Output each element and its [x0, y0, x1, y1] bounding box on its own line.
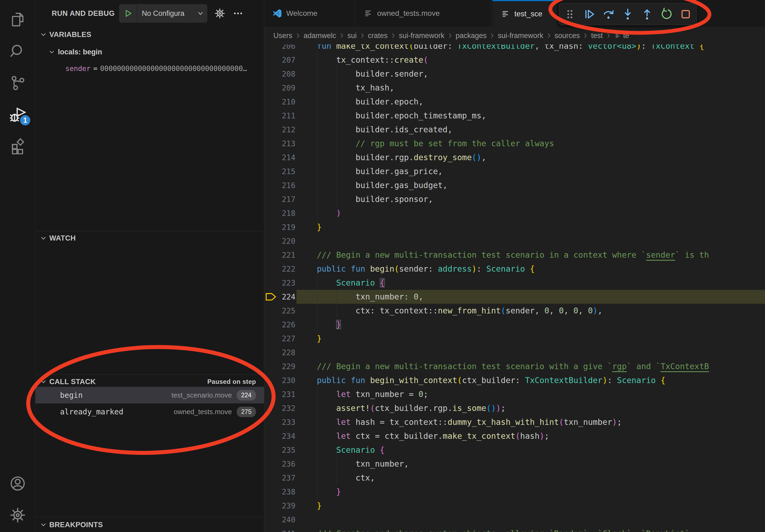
gutter-marker-cell[interactable]: [264, 346, 278, 360]
drag-handle-button[interactable]: [561, 6, 578, 23]
line-number[interactable]: 241: [278, 529, 296, 532]
line-number[interactable]: 226: [278, 320, 296, 329]
more-actions-button[interactable]: [232, 8, 244, 19]
code-line[interactable]: 226 }: [264, 318, 765, 332]
code-line[interactable]: 237 ctx,: [264, 471, 765, 485]
gutter-marker-cell[interactable]: [264, 206, 278, 220]
activity-bar-item-settings[interactable]: [0, 499, 35, 531]
code-line[interactable]: 239}: [264, 499, 765, 513]
line-number[interactable]: 213: [278, 139, 296, 148]
breadcrumb-file-item[interactable]: te: [614, 32, 629, 40]
launch-configuration-label[interactable]: No Configura: [137, 9, 194, 18]
breadcrumb-item[interactable]: sui-framework: [498, 32, 543, 40]
gutter-marker-cell[interactable]: [264, 81, 278, 95]
breadcrumb-item[interactable]: test: [591, 32, 603, 40]
gutter-marker-cell[interactable]: [264, 429, 278, 443]
breakpoints-section-header[interactable]: BREAKPOINTS: [35, 519, 264, 531]
code-line[interactable]: 223 Scenario {: [264, 276, 765, 290]
line-number[interactable]: 228: [278, 348, 296, 357]
debug-settings-gear-button[interactable]: [214, 8, 226, 19]
code-line[interactable]: 225 ctx: tx_context::new_from_hint(sende…: [264, 304, 765, 318]
line-number[interactable]: 240: [278, 515, 296, 524]
line-number[interactable]: 207: [278, 56, 296, 65]
gutter-marker-cell[interactable]: [264, 527, 278, 532]
code-editor[interactable]: 206fun make_tx_context(builder: TxContex…: [264, 45, 765, 532]
gutter-marker-cell[interactable]: [264, 318, 278, 332]
gutter-marker-cell[interactable]: [264, 192, 278, 206]
gutter-marker-cell[interactable]: [264, 67, 278, 81]
line-number[interactable]: 239: [278, 501, 296, 510]
call-stack-frame[interactable]: already_markedowned_tests.move275: [35, 403, 264, 420]
breadcrumb-item[interactable]: crates: [368, 32, 388, 40]
line-number[interactable]: 208: [278, 70, 296, 79]
line-number[interactable]: 223: [278, 279, 296, 287]
gutter-marker-cell[interactable]: [264, 248, 278, 262]
code-line[interactable]: 234 let ctx = ctx_builder.make_tx_contex…: [264, 429, 765, 443]
line-number[interactable]: 227: [278, 334, 296, 343]
variables-scope-row[interactable]: locals: begin: [35, 45, 264, 59]
gutter-marker-cell[interactable]: [264, 457, 278, 471]
breadcrumb-item[interactable]: sui-framework: [399, 32, 444, 40]
activity-bar-item-search[interactable]: [0, 35, 35, 67]
code-line[interactable]: 241/// Creates and shares system objects…: [264, 527, 765, 532]
gutter-marker-cell[interactable]: [264, 513, 278, 527]
code-line[interactable]: 216 builder.gas_budget,: [264, 178, 765, 192]
code-line[interactable]: 214 builder.rgp.destroy_some(),: [264, 150, 765, 164]
launch-configuration-dropdown[interactable]: No Configura: [119, 4, 207, 23]
line-number[interactable]: 222: [278, 265, 296, 274]
breadcrumb-item[interactable]: packages: [456, 32, 487, 40]
gutter-marker-cell[interactable]: [264, 276, 278, 290]
code-line[interactable]: 211 builder.epoch_timestamp_ms,: [264, 109, 765, 123]
gutter-marker-cell[interactable]: [264, 485, 278, 499]
editor-tab-test_sce[interactable]: test_sce: [492, 0, 557, 27]
line-number[interactable]: 235: [278, 446, 296, 454]
gutter-marker-cell[interactable]: [264, 234, 278, 248]
line-number[interactable]: 216: [278, 181, 296, 190]
gutter-marker-cell[interactable]: [264, 304, 278, 318]
code-line[interactable]: 227}: [264, 332, 765, 346]
code-line[interactable]: 222public fun begin(sender: address): Sc…: [264, 262, 765, 276]
code-line[interactable]: 228: [264, 346, 765, 360]
gutter-marker-cell[interactable]: [264, 332, 278, 346]
activity-bar-item-extensions[interactable]: [0, 130, 35, 162]
breadcrumb-item[interactable]: adamwelc: [304, 32, 337, 40]
code-line[interactable]: 218 ): [264, 206, 765, 220]
call-stack-frame[interactable]: begintest_scenario.move224: [35, 387, 264, 403]
line-number[interactable]: 231: [278, 390, 296, 399]
gutter-marker-cell[interactable]: [264, 150, 278, 164]
line-number[interactable]: 224: [278, 293, 296, 301]
code-line[interactable]: 229/// Begin a new multi-transaction tes…: [264, 360, 765, 374]
gutter-marker-cell[interactable]: [264, 109, 278, 123]
gutter-marker-cell[interactable]: [264, 499, 278, 513]
code-line[interactable]: 208 builder.sender,: [264, 67, 765, 81]
activity-bar-item-source-control[interactable]: [0, 67, 35, 99]
code-line[interactable]: 209 tx_hash,: [264, 81, 765, 95]
code-line[interactable]: 236 txn_number,: [264, 457, 765, 471]
line-number[interactable]: 209: [278, 84, 296, 93]
code-line[interactable]: 220: [264, 234, 765, 248]
start-debugging-icon[interactable]: [120, 5, 137, 22]
gutter-marker-cell[interactable]: [264, 220, 278, 234]
breadcrumb-item[interactable]: sui: [348, 32, 357, 40]
line-number[interactable]: 234: [278, 432, 296, 441]
restart-button[interactable]: [658, 6, 675, 23]
gutter-marker-cell[interactable]: [264, 95, 278, 109]
gutter-marker-cell[interactable]: [264, 123, 278, 136]
line-number[interactable]: 238: [278, 487, 296, 496]
gutter-marker-cell[interactable]: [264, 45, 278, 53]
code-line[interactable]: 212 builder.ids_created,: [264, 123, 765, 136]
code-line[interactable]: 231 let txn_number = 0;: [264, 387, 765, 401]
code-line[interactable]: 213 // rgp must be set from the caller a…: [264, 136, 765, 150]
stop-button[interactable]: [677, 6, 694, 23]
code-line[interactable]: 221/// Begin a new multi-transaction tes…: [264, 248, 765, 262]
line-number[interactable]: 214: [278, 153, 296, 162]
line-number[interactable]: 229: [278, 362, 296, 371]
code-line[interactable]: 238 }: [264, 485, 765, 499]
line-number[interactable]: 218: [278, 209, 296, 218]
activity-bar-item-run-and-debug[interactable]: 1: [0, 99, 35, 130]
code-line[interactable]: 215 builder.gas_price,: [264, 164, 765, 178]
line-number[interactable]: 215: [278, 167, 296, 176]
code-line[interactable]: 224 txn_number: 0,: [264, 290, 765, 304]
code-line[interactable]: 206fun make_tx_context(builder: TxContex…: [264, 45, 765, 53]
gutter-marker-cell[interactable]: [264, 360, 278, 374]
